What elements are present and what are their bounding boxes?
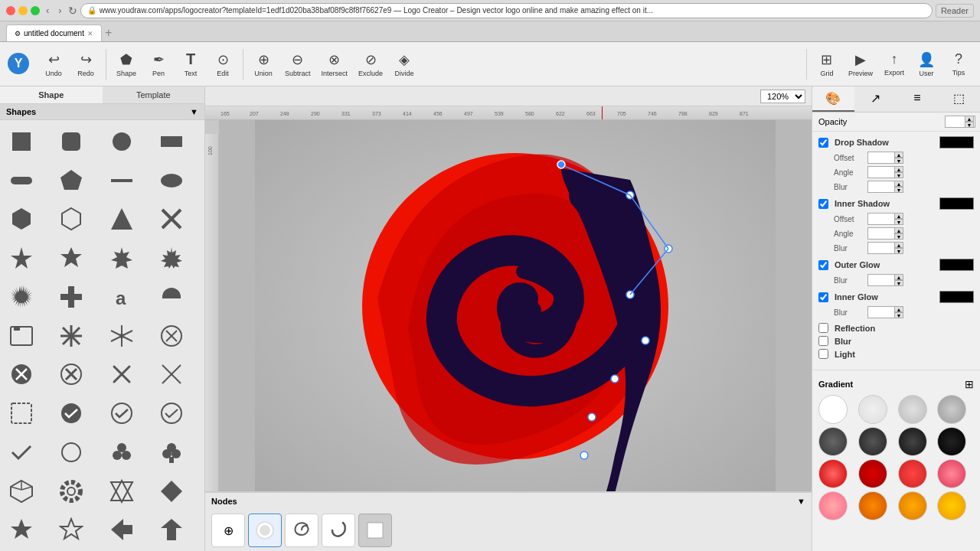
shape-4star[interactable] <box>3 240 40 276</box>
shape-ring[interactable] <box>53 434 90 471</box>
user-button[interactable]: 👤 User <box>911 48 942 80</box>
drop-shadow-checkbox[interactable] <box>818 138 828 148</box>
shape-asterisk[interactable] <box>53 318 90 354</box>
opacity-down[interactable]: ▼ <box>965 122 974 128</box>
shape-8star[interactable] <box>103 240 140 276</box>
ds-offset-down[interactable]: ▼ <box>894 158 903 164</box>
gradient-swatch-g14[interactable] <box>858 491 887 520</box>
light-checkbox[interactable] <box>818 349 828 359</box>
gradient-swatch-g12[interactable] <box>937 459 966 488</box>
gradient-swatch-g5[interactable] <box>818 427 848 456</box>
edit-tool-button[interactable]: ⊙ Edit <box>207 48 238 80</box>
new-tab-button[interactable]: + <box>105 26 112 40</box>
ds-blur-up[interactable]: ▲ <box>894 181 903 187</box>
transform-tab-icon[interactable]: ↗ <box>854 86 897 112</box>
drop-shadow-color[interactable] <box>939 136 974 148</box>
is-offset-down[interactable]: ▼ <box>894 219 903 225</box>
gradient-swatch-g2[interactable] <box>858 395 887 424</box>
forward-button[interactable]: › <box>55 3 64 18</box>
exclude-button[interactable]: ⊘ Exclude <box>354 48 387 80</box>
close-button[interactable] <box>6 6 15 15</box>
shape-x[interactable] <box>153 201 190 237</box>
inner-shadow-checkbox[interactable] <box>818 199 828 209</box>
shape-x-thin[interactable] <box>153 356 190 393</box>
browser-tab[interactable]: ⚙ untitled document ✕ <box>6 24 102 41</box>
effects-tab-icon[interactable]: 🎨 <box>812 86 854 112</box>
shape-square[interactable] <box>3 123 40 160</box>
gradient-expand-icon[interactable]: ⊞ <box>965 378 974 390</box>
inner-shadow-color[interactable] <box>939 197 974 210</box>
shape-checkmark[interactable] <box>3 434 40 471</box>
shape-asterisk2[interactable] <box>103 318 140 354</box>
shape-check-outline[interactable] <box>103 395 140 432</box>
shape-hexagon[interactable] <box>3 201 40 237</box>
subtract-button[interactable]: ⊖ Subtract <box>280 48 315 80</box>
shape-hexagon-outline[interactable] <box>53 201 90 237</box>
is-blur-up[interactable]: ▲ <box>894 242 903 248</box>
shape-club[interactable] <box>153 434 190 471</box>
tab-template[interactable]: Template <box>103 86 205 103</box>
shape-6star[interactable] <box>53 240 90 276</box>
shape-letter-a[interactable]: a <box>103 279 140 315</box>
design-canvas[interactable] <box>255 120 776 491</box>
shape-oval[interactable] <box>153 162 190 199</box>
shape-rounded-rect[interactable] <box>53 123 90 160</box>
gradient-swatch-g4[interactable] <box>937 395 966 424</box>
shape-cube[interactable] <box>3 473 40 510</box>
gradient-swatch-g6[interactable] <box>858 427 887 456</box>
is-angle-down[interactable]: ▼ <box>894 233 903 240</box>
shape-rect-tab[interactable] <box>3 318 40 354</box>
preview-button[interactable]: ▶ Preview <box>844 48 877 80</box>
intersect-button[interactable]: ⊗ Intersect <box>317 48 353 80</box>
shape-diamond[interactable] <box>153 473 190 510</box>
shape-check-circle[interactable] <box>53 395 90 432</box>
tab-shape[interactable]: Shape <box>0 86 103 103</box>
back-button[interactable]: ‹ <box>43 3 52 18</box>
export-button[interactable]: ↑ Export <box>879 48 910 80</box>
redo-button[interactable]: ↪ Redo <box>70 48 101 80</box>
shape-star-of-david[interactable] <box>103 473 140 510</box>
shape-half-circle[interactable] <box>153 279 190 315</box>
reader-button[interactable]: Reader <box>936 4 974 18</box>
ds-blur-down[interactable]: ▼ <box>894 187 903 193</box>
node-spiral-tool[interactable] <box>285 514 318 547</box>
shape-x-circle-2[interactable] <box>3 356 40 393</box>
shape-pentagon[interactable] <box>53 162 90 199</box>
inner-glow-color[interactable] <box>939 291 974 303</box>
og-blur-down[interactable]: ▼ <box>894 280 903 286</box>
gradient-swatch-g8[interactable] <box>937 427 966 456</box>
is-blur-down[interactable]: ▼ <box>894 248 903 254</box>
gradient-swatch-g3[interactable] <box>898 395 927 424</box>
node-circle-tool[interactable] <box>248 514 282 547</box>
node-select-tool[interactable]: ⊕ <box>211 514 245 547</box>
undo-button[interactable]: ↩ Undo <box>38 48 69 80</box>
shapes-expand-icon[interactable]: ▼ <box>190 107 198 116</box>
address-bar[interactable]: 🔒 www.youdraw.com/apps/logocreator?templ… <box>80 3 933 18</box>
tips-button[interactable]: ? Tips <box>943 48 974 80</box>
shape-pill[interactable] <box>3 162 40 199</box>
zoom-select[interactable]: 120% 100% 80% 150% <box>760 90 805 103</box>
shape-x-round[interactable] <box>103 356 140 393</box>
gradient-swatch-g1[interactable] <box>818 395 848 424</box>
shape-rectangle[interactable] <box>153 123 190 160</box>
shape-gear[interactable] <box>53 473 90 510</box>
gradient-swatch-g16[interactable] <box>937 491 966 520</box>
shape-12star[interactable] <box>153 240 190 276</box>
node-shape-tool[interactable] <box>358 514 392 547</box>
minimize-button[interactable] <box>18 6 28 15</box>
shape-checkbox[interactable] <box>3 395 40 432</box>
divide-button[interactable]: ◈ Divide <box>389 48 420 80</box>
reflection-checkbox[interactable] <box>818 323 828 333</box>
shape-5star[interactable] <box>3 511 40 548</box>
node-hook-tool[interactable] <box>322 514 355 547</box>
shape-sunburst[interactable] <box>3 279 40 315</box>
pen-tool-button[interactable]: ✒ Pen <box>143 48 174 80</box>
refresh-icon[interactable]: ↻ <box>68 5 77 17</box>
ig-blur-down[interactable]: ▼ <box>894 312 903 318</box>
gradient-swatch-g11[interactable] <box>898 459 927 488</box>
tab-close-button[interactable]: ✕ <box>87 30 93 37</box>
shape-check-circle-2[interactable] <box>153 395 190 432</box>
gradient-swatch-g10[interactable] <box>858 459 887 488</box>
shape-clover[interactable] <box>103 434 140 471</box>
shape-arrow-up[interactable] <box>153 511 190 548</box>
